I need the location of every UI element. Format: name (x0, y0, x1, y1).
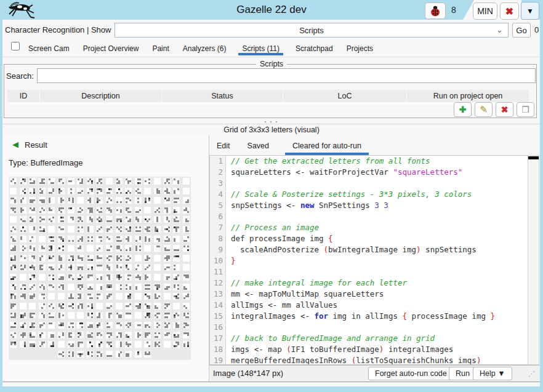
resize-grip[interactable]: ⋰ (528, 370, 537, 378)
combo-chevron-icon: ⌄ (496, 25, 503, 34)
line-number: 6 (210, 211, 226, 222)
bottom-strip (2, 382, 540, 386)
edit-script-button[interactable]: ✎ (475, 102, 493, 117)
tab-project-overview[interactable]: Project Overview (82, 41, 140, 55)
close-icon: ✖ (505, 6, 513, 17)
code-line[interactable]: 7// Process an image (210, 222, 528, 233)
code-line[interactable]: 11 (210, 266, 528, 278)
tab-projects[interactable]: Projects (345, 41, 374, 55)
go-button[interactable]: Go (512, 23, 531, 38)
delete-script-button[interactable]: ✖ (496, 102, 513, 117)
code-line[interactable]: 3 (210, 178, 528, 189)
tab-saved[interactable]: Saved (246, 138, 270, 155)
minimize-button[interactable]: MIN (473, 2, 497, 20)
code-editor[interactable]: 1// Get the extracted letters from all f… (209, 155, 528, 365)
line-number: 16 (210, 322, 226, 333)
ladybug-icon (429, 5, 441, 17)
tab-analyzers[interactable]: Analyzers (6) (182, 41, 228, 55)
code-line[interactable]: 2squareLetters <- waitForProjectVar "squ… (210, 167, 528, 178)
image-size-status: Image (148*147 px) (213, 369, 283, 378)
line-number: 9 (210, 244, 226, 255)
combo-value: Scripts (299, 26, 324, 35)
add-icon: ✚ (459, 105, 467, 114)
edit-pencil-icon: ✎ (480, 104, 488, 115)
editor-tab-bar: Edit Saved Cleared for auto-run (215, 137, 369, 155)
line-number: 1 (210, 156, 226, 167)
help-button[interactable]: Help ▼ (473, 367, 512, 380)
tab-cleared-for-auto-run[interactable]: Cleared for auto-run (285, 138, 369, 155)
code-line[interactable]: 1// Get the extracted letters from all f… (210, 156, 528, 167)
line-number: 13 (210, 289, 226, 300)
scripts-groupbox-title: Scripts (256, 60, 287, 68)
column-header-loc[interactable]: LoC (283, 90, 406, 102)
module-breadcrumb: Character Recognition | Show (5, 25, 111, 34)
code-line[interactable]: 4// Scale & Posterize settings - 3*3 pix… (210, 189, 528, 200)
back-arrow-icon[interactable]: ◀ (12, 140, 18, 149)
forget-auto-run-button[interactable]: Forget auto-run code (368, 367, 454, 380)
column-header-status[interactable]: Status (162, 90, 283, 102)
code-line[interactable]: 13mm <- mapToMultiMap squareLetters (210, 289, 528, 300)
main-tab-bar: Screen Cam Project Overview Paint Analyz… (27, 39, 374, 57)
letter-grid-image (9, 177, 191, 360)
copy-script-button[interactable]: ❐ (517, 102, 534, 117)
tabs-divider (2, 57, 540, 57)
section-title: Grid of 3x3x3 letters (visual) (0, 126, 543, 134)
line-number: 14 (210, 300, 226, 311)
copy-icon: ❐ (521, 105, 529, 114)
window-title: Gazelle 22 dev (0, 4, 543, 16)
section-divider (2, 124, 540, 124)
line-number: 12 (210, 278, 226, 289)
line-number: 15 (210, 311, 226, 322)
line-number: 4 (210, 189, 226, 200)
line-number: 17 (210, 333, 226, 344)
result-label[interactable]: Result (25, 140, 47, 150)
title-bar: Gazelle 22 dev 8 MIN ✖ ▼ (0, 0, 543, 20)
code-line[interactable]: 9 scaleAndPosterize (bwIntegralImage img… (210, 244, 528, 255)
add-script-button[interactable]: ✚ (454, 102, 472, 117)
result-type-label: Type: BufferedImage (9, 158, 82, 167)
column-header-id[interactable]: ID (7, 90, 39, 102)
chevron-down-icon: ▼ (526, 7, 534, 15)
code-line[interactable]: 5snpSettings <- new SnPSettings 3 3 (210, 200, 528, 211)
go-counter: 0 (534, 25, 539, 34)
tab-edit[interactable]: Edit (215, 138, 231, 155)
close-button[interactable]: ✖ (500, 2, 519, 20)
search-input[interactable] (37, 68, 536, 83)
scrollbar-thumb[interactable] (528, 156, 539, 159)
code-line[interactable]: 14allImgs <- mm allValues (210, 300, 528, 311)
code-line[interactable]: 18imgs <- map (IF1 toBufferedImage) inte… (210, 344, 528, 355)
tab-screen-cam[interactable]: Screen Cam (27, 41, 71, 55)
line-number: 8 (210, 233, 226, 244)
code-line[interactable]: 19mergeBufferedImagesInRows (listToSquar… (210, 355, 528, 365)
code-line[interactable]: 10} (210, 255, 528, 266)
code-line[interactable]: 15integralImages <- for img in allImgs {… (210, 311, 528, 322)
tab-paint[interactable]: Paint (151, 41, 170, 55)
show-combo-box[interactable]: Scripts ⌄ (115, 23, 509, 38)
tab-scripts[interactable]: Scripts (11) (238, 41, 283, 55)
line-number: 5 (210, 200, 226, 211)
editor-scrollbar[interactable] (528, 155, 539, 365)
code-line[interactable]: 16 (210, 322, 528, 333)
code-line[interactable]: 8def processImage img { (210, 233, 528, 244)
code-line[interactable]: 6 (210, 211, 528, 222)
tab-scratchpad[interactable]: Scratchpad (294, 41, 334, 55)
search-label: Search: (6, 71, 34, 81)
debug-bug-button[interactable] (425, 2, 446, 19)
column-header-run-on-open[interactable]: Run on project open (407, 90, 529, 102)
bug-count: 8 (451, 5, 456, 15)
line-number: 3 (210, 178, 226, 189)
line-number: 10 (210, 255, 226, 266)
delete-icon: ✖ (501, 105, 509, 114)
screen-cam-checkbox[interactable] (11, 42, 20, 50)
code-line[interactable]: 12// make integral image for each letter (210, 278, 528, 289)
line-number: 18 (210, 344, 226, 355)
window-menu-button[interactable]: ▼ (521, 2, 539, 20)
line-number: 7 (210, 222, 226, 233)
code-line[interactable]: 17// back to BufferedImage and arrange i… (210, 333, 528, 344)
line-number: 2 (210, 167, 226, 178)
line-number: 19 (210, 355, 226, 365)
column-header-description[interactable]: Description (40, 90, 161, 102)
line-number: 11 (210, 266, 226, 278)
